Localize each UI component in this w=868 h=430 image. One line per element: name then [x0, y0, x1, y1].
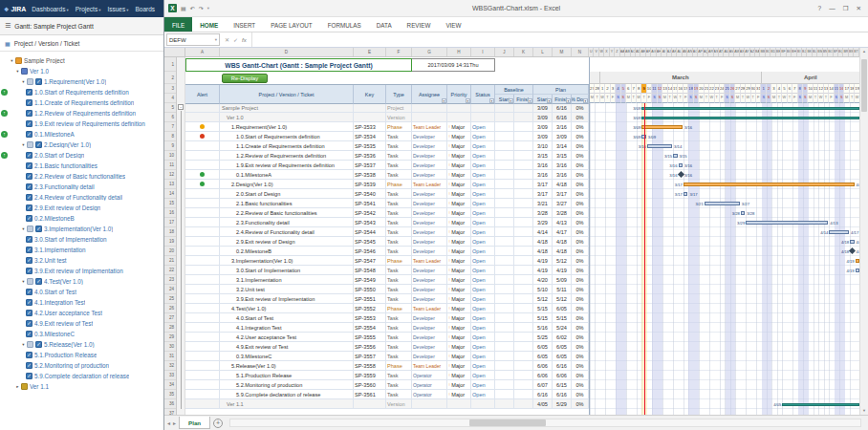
- cell-alert[interactable]: [185, 333, 220, 341]
- row-header-20[interactable]: 20: [164, 247, 176, 256]
- cell-plan-finish[interactable]: 6/05: [553, 342, 572, 351]
- cell-assignee[interactable]: [412, 103, 447, 112]
- cell-alert[interactable]: [185, 227, 220, 236]
- filter-dropdown-icon[interactable]: ▾: [566, 98, 571, 103]
- cell-baseline-start[interactable]: [495, 161, 514, 169]
- tree-checkbox[interactable]: ✓: [26, 362, 33, 369]
- cell-baseline-finish[interactable]: [514, 266, 533, 274]
- cell-key[interactable]: SP-3537: [354, 161, 386, 169]
- cell-plan-start[interactable]: 3/09: [533, 103, 553, 112]
- cell-key[interactable]: SP-3559: [354, 371, 386, 379]
- cell-key[interactable]: SP-3557: [354, 352, 386, 360]
- cell-priority[interactable]: ↑Major: [447, 256, 471, 265]
- cell-name[interactable]: 1.Requirement(Ver 1.0): [220, 122, 354, 131]
- cell-type[interactable]: Phase: [386, 361, 412, 370]
- cell-baseline-start[interactable]: [495, 304, 514, 312]
- cell-type[interactable]: Phase: [386, 256, 412, 265]
- name-box[interactable]: DEFW ▾: [166, 33, 220, 46]
- cell-plan-start[interactable]: 3/09: [533, 122, 553, 131]
- cell-baseline-start[interactable]: [495, 285, 514, 293]
- cell-priority[interactable]: ↑Major: [447, 333, 471, 341]
- tree-item[interactable]: ✓2.9.Exit review of Design: [0, 203, 163, 213]
- cell-name[interactable]: Ver 1.1: [220, 399, 354, 408]
- cell-name[interactable]: 3.1.Implementation: [220, 275, 354, 284]
- cell-key[interactable]: SP-3549: [354, 275, 386, 284]
- cell-status[interactable]: Open: [471, 208, 495, 217]
- cell-baseline-start[interactable]: [495, 132, 514, 140]
- cell-plan-start[interactable]: 5/25: [533, 333, 553, 341]
- cell-done[interactable]: 0%: [572, 122, 589, 131]
- cell-baseline-finish[interactable]: [514, 151, 533, 160]
- cell-status[interactable]: Open: [471, 122, 495, 131]
- ribbon-tab-home[interactable]: HOME: [192, 17, 226, 32]
- tree-item-label[interactable]: 2.1.Basic functionalities: [34, 162, 98, 169]
- cell-baseline-start[interactable]: [495, 323, 514, 332]
- cell-baseline-start[interactable]: [495, 227, 514, 236]
- cell-baseline-finish[interactable]: [514, 132, 533, 140]
- cell-plan-finish[interactable]: 6/16: [553, 103, 572, 112]
- cell-assignee[interactable]: Developer: [412, 199, 447, 207]
- cell-done[interactable]: 0%: [572, 399, 589, 408]
- tree-checkbox[interactable]: ✓: [26, 183, 33, 190]
- cell-key[interactable]: SP-3535: [354, 141, 386, 150]
- tree-item[interactable]: ✓0.2.MilestoneB: [0, 213, 163, 224]
- cell-plan-finish[interactable]: 4/17: [553, 227, 572, 236]
- ribbon-tab-page-layout[interactable]: PAGE LAYOUT: [263, 17, 320, 32]
- tree-expander-icon[interactable]: ▾: [20, 142, 27, 147]
- tree-item-label[interactable]: Sample Project: [24, 57, 65, 64]
- fx-icon[interactable]: fx: [242, 37, 247, 43]
- tree-checkbox[interactable]: ✓: [26, 215, 33, 222]
- cell-baseline-finish[interactable]: [514, 180, 533, 188]
- cell-done[interactable]: 0%: [572, 390, 589, 398]
- cell-done[interactable]: 0%: [572, 189, 589, 198]
- cell-priority[interactable]: ↑Major: [447, 323, 471, 332]
- ribbon-tab-view[interactable]: VIEW: [438, 17, 468, 32]
- column-header-H[interactable]: H: [447, 48, 471, 56]
- cell-baseline-start[interactable]: [495, 313, 514, 322]
- tree-expander-icon[interactable]: ▾: [20, 342, 27, 347]
- cell-status[interactable]: Open: [471, 218, 495, 226]
- restore-button[interactable]: ❐: [843, 5, 849, 12]
- cell-plan-start[interactable]: 3/21: [533, 199, 553, 207]
- cell-done[interactable]: 0%: [572, 132, 589, 140]
- cell-plan-start[interactable]: 4/18: [533, 247, 553, 255]
- cell-assignee[interactable]: Developer: [412, 189, 447, 198]
- cell-key[interactable]: SP-3545: [354, 237, 386, 246]
- cell-status[interactable]: Open: [471, 161, 495, 169]
- tree-checkbox[interactable]: ✓: [26, 331, 33, 337]
- cell-name[interactable]: Ver 1.0: [220, 113, 354, 121]
- cell-key[interactable]: SP-3550: [354, 285, 386, 293]
- cell-key[interactable]: [354, 103, 386, 112]
- cell-name[interactable]: 3.2.Unit test: [220, 285, 354, 293]
- tree-item[interactable]: ✓1.9.Exit review of Requirements definit…: [0, 118, 163, 129]
- cell-baseline-finish[interactable]: [514, 275, 533, 284]
- tree-checkbox[interactable]: ✓: [35, 341, 42, 348]
- filter-dropdown-icon[interactable]: ▾: [442, 98, 446, 103]
- cell-status[interactable]: Open: [471, 304, 495, 312]
- row-header-3[interactable]: 3: [164, 84, 176, 94]
- cell-done[interactable]: 0%: [572, 342, 589, 351]
- filter-dropdown-icon[interactable]: ▾: [509, 98, 513, 103]
- cell-plan-finish[interactable]: 3/15: [553, 151, 572, 160]
- row-header-11[interactable]: 11: [164, 161, 176, 170]
- formula-input[interactable]: [252, 32, 868, 47]
- filter-dropdown-icon[interactable]: ▾: [466, 98, 470, 103]
- tree-item[interactable]: ✓2.1.Basic functionalities: [0, 161, 163, 171]
- tree-item[interactable]: ↑✓2.0.Start of Design: [0, 150, 163, 161]
- cell-plan-finish[interactable]: 5/12: [553, 294, 572, 303]
- tree-item[interactable]: ▾Ver 1.0: [0, 66, 163, 76]
- tree-item-label[interactable]: 4.1.Integration Test: [34, 299, 85, 306]
- cell-plan-start[interactable]: 4/14: [533, 227, 553, 236]
- cell-plan-start[interactable]: 4/05: [533, 399, 553, 408]
- cell-key[interactable]: SP-3561: [354, 390, 386, 398]
- cell-key[interactable]: SP-3542: [354, 208, 386, 217]
- tree-checkbox[interactable]: ✓: [26, 152, 33, 159]
- help-button[interactable]: ?: [818, 5, 822, 12]
- cell-key[interactable]: SP-3554: [354, 323, 386, 332]
- cell-key[interactable]: [354, 113, 386, 121]
- cell-plan-finish[interactable]: 5/29: [553, 399, 572, 408]
- cell-plan-finish[interactable]: 6/16: [553, 361, 572, 370]
- tree-item[interactable]: ▾✓1.Requirement(Ver 1.0): [0, 76, 163, 87]
- cell-type[interactable]: Task: [386, 161, 412, 169]
- tree-item-label[interactable]: Ver 1.1: [30, 383, 49, 390]
